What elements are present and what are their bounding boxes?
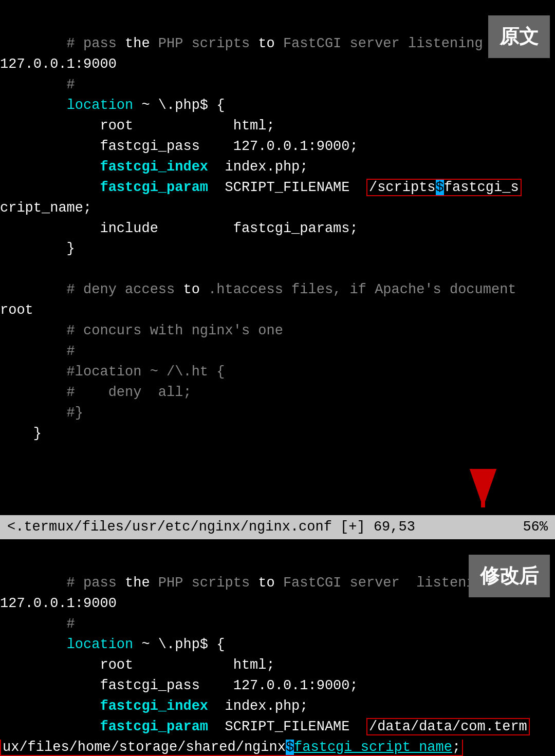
- arrow-container: [0, 469, 555, 515]
- top-fastcgi-index: fastcgi_index index.php;: [0, 159, 308, 175]
- top-root: root html;: [0, 118, 275, 134]
- modified-label: 修改后: [469, 555, 550, 597]
- bot-root: root html;: [0, 657, 275, 673]
- original-label: 原文: [488, 15, 550, 58]
- down-arrow-icon: [452, 469, 514, 515]
- bot-fastcgi-param-line: fastcgi_param SCRIPT_FILENAME /data/data…: [0, 718, 530, 735]
- bot-line2: ux/files/home/storage/shared/nginx$fastc…: [0, 740, 463, 756]
- bot-fastcgi-index: fastcgi_index index.php;: [0, 698, 308, 714]
- top-comment1: # pass the PHP scripts to FastCGI server…: [0, 36, 508, 51]
- status-bar: <.termux/files/usr/etc/nginx/nginx.conf …: [0, 515, 555, 539]
- top-section: 原文 # pass the PHP scripts to FastCGI ser…: [0, 0, 555, 469]
- top-location-line: location ~ \.php$ {: [0, 98, 225, 113]
- top-include: include fastcgi_params;: [0, 221, 358, 236]
- top-final-brace: }: [0, 426, 42, 441]
- top-cript-name: cript_name;: [0, 200, 91, 216]
- status-percent: 56%: [523, 517, 548, 537]
- top-addr1: 127.0.0.1:9000: [0, 56, 117, 72]
- top-ht-close: #}: [0, 405, 83, 421]
- bottom-section: 修改后 # pass the PHP scripts to FastCGI se…: [0, 539, 555, 756]
- bot-location-line: location ~ \.php$ {: [0, 637, 225, 652]
- top-fastcgi-param-line: fastcgi_param SCRIPT_FILENAME /scripts$f…: [0, 179, 522, 196]
- status-path: <.termux/files/usr/etc/nginx/nginx.conf …: [7, 517, 415, 537]
- top-brace: }: [0, 241, 75, 256]
- top-ht-location: #location ~ /\.ht {: [0, 364, 225, 380]
- top-root2: root: [0, 303, 33, 318]
- bot-fastcgi-pass: fastcgi_pass 127.0.0.1:9000;: [0, 678, 358, 693]
- top-fastcgi-pass: fastcgi_pass 127.0.0.1:9000;: [0, 139, 358, 154]
- top-concurs: # concurs with nginx's one: [0, 323, 283, 338]
- top-blank1: [0, 261, 8, 277]
- top-hash: #: [0, 77, 75, 92]
- bot-hash: #: [0, 616, 75, 632]
- bot-addr1: 127.0.0.1:9000: [0, 596, 117, 611]
- top-ht-deny: # deny all;: [0, 385, 192, 400]
- top-code-block: # pass the PHP scripts to FastCGI server…: [0, 9, 555, 469]
- bot-comment1: # pass the PHP scripts to FastCGI server…: [0, 575, 516, 591]
- top-deny-comment: # deny access to .htaccess files, if Apa…: [0, 282, 516, 297]
- top-hash2: #: [0, 344, 75, 359]
